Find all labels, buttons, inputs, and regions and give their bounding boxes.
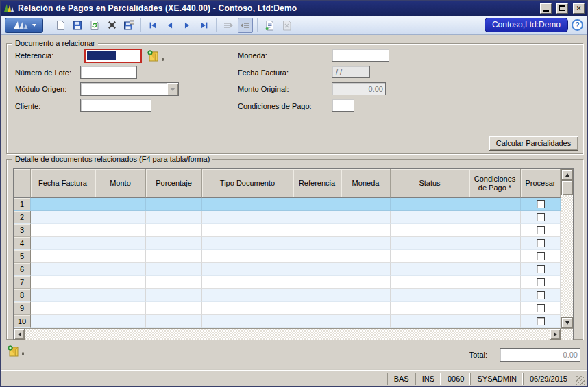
table-cell[interactable]: [146, 198, 202, 211]
table-cell[interactable]: [341, 289, 391, 302]
horizontal-scrollbar[interactable]: [14, 328, 561, 340]
column-header[interactable]: Referencia: [293, 169, 341, 198]
table-cell[interactable]: [202, 237, 293, 250]
table-cell[interactable]: [469, 276, 521, 289]
export-icon[interactable]: [279, 18, 294, 33]
table-cell[interactable]: [341, 302, 391, 315]
table-cell[interactable]: [293, 211, 341, 224]
grid-view-icon[interactable]: [238, 18, 253, 33]
table-cell[interactable]: [202, 276, 293, 289]
row-number[interactable]: 7: [14, 276, 31, 289]
table-cell[interactable]: [341, 250, 391, 263]
table-cell[interactable]: [202, 198, 293, 211]
moneda-field[interactable]: [332, 49, 389, 62]
refresh-icon[interactable]: [87, 18, 102, 33]
table-cell[interactable]: [31, 250, 95, 263]
table-cell[interactable]: [95, 263, 146, 276]
row-number[interactable]: 3: [14, 224, 31, 237]
table-cell[interactable]: [31, 315, 95, 328]
table-cell[interactable]: [31, 302, 95, 315]
row-number[interactable]: 6: [14, 263, 31, 276]
table-cell[interactable]: [293, 237, 341, 250]
row-number[interactable]: 5: [14, 250, 31, 263]
minimize-button[interactable]: [540, 3, 552, 14]
table-row[interactable]: 6: [14, 263, 561, 276]
row-number[interactable]: 8: [14, 289, 31, 302]
table-cell[interactable]: [31, 237, 95, 250]
table-cell[interactable]: [146, 263, 202, 276]
table-row[interactable]: 5: [14, 250, 561, 263]
help-icon[interactable]: ?: [572, 19, 583, 31]
table-cell[interactable]: [341, 237, 391, 250]
vertical-scrollbar[interactable]: [561, 169, 573, 328]
table-cell[interactable]: [391, 302, 469, 315]
row-number[interactable]: 2: [14, 211, 31, 224]
table-cell[interactable]: [293, 302, 341, 315]
calcular-parcialidades-button[interactable]: Calcular Parcialidades: [489, 136, 578, 151]
column-header[interactable]: Moneda: [341, 169, 391, 198]
table-cell[interactable]: [95, 276, 146, 289]
add-note-icon[interactable]: [8, 345, 19, 357]
table-cell[interactable]: [31, 224, 95, 237]
table-cell[interactable]: [146, 302, 202, 315]
procesar-checkbox[interactable]: [537, 200, 545, 208]
modulo-origen-dropdown[interactable]: [80, 82, 179, 96]
table-row[interactable]: 7: [14, 276, 561, 289]
row-number[interactable]: 1: [14, 198, 31, 211]
column-header[interactable]: Monto: [95, 169, 146, 198]
procesar-checkbox[interactable]: [537, 278, 545, 286]
previous-record-icon[interactable]: [162, 18, 177, 33]
table-cell[interactable]: [293, 250, 341, 263]
table-cell[interactable]: [293, 276, 341, 289]
table-cell[interactable]: [469, 198, 521, 211]
table-cell[interactable]: [146, 315, 202, 328]
referencia-field[interactable]: [84, 49, 142, 63]
table-cell[interactable]: [469, 302, 521, 315]
new-icon[interactable]: [53, 18, 68, 33]
table-cell[interactable]: [341, 224, 391, 237]
table-cell[interactable]: [469, 315, 521, 328]
row-number[interactable]: 4: [14, 237, 31, 250]
table-cell[interactable]: [146, 276, 202, 289]
table-cell[interactable]: [95, 315, 146, 328]
table-cell[interactable]: [202, 263, 293, 276]
column-header[interactable]: Procesar: [521, 169, 561, 198]
table-cell[interactable]: [146, 224, 202, 237]
save-close-icon[interactable]: [121, 18, 136, 33]
table-cell[interactable]: [293, 315, 341, 328]
report-icon[interactable]: [262, 18, 277, 33]
form-view-icon[interactable]: [221, 18, 236, 33]
table-cell[interactable]: [202, 224, 293, 237]
scroll-right-icon[interactable]: [550, 329, 561, 340]
column-header[interactable]: Tipo Documento: [202, 169, 293, 198]
scroll-up-icon[interactable]: [561, 169, 573, 180]
delete-icon[interactable]: [104, 18, 119, 33]
table-cell[interactable]: [202, 250, 293, 263]
table-cell[interactable]: [95, 302, 146, 315]
table-cell[interactable]: [293, 289, 341, 302]
procesar-checkbox[interactable]: [537, 226, 545, 234]
table-cell[interactable]: [341, 276, 391, 289]
table-cell[interactable]: [391, 276, 469, 289]
table-cell[interactable]: [341, 198, 391, 211]
column-header[interactable]: [14, 169, 31, 198]
procesar-checkbox[interactable]: [537, 252, 545, 260]
scroll-left-icon[interactable]: [14, 329, 25, 340]
scrollbar-track[interactable]: [25, 329, 550, 340]
condiciones-pago-field[interactable]: [332, 99, 354, 112]
fecha-factura-field[interactable]: / /: [332, 66, 370, 78]
table-cell[interactable]: [31, 198, 95, 211]
table-cell[interactable]: [95, 198, 146, 211]
monto-original-field[interactable]: [332, 82, 386, 95]
table-cell[interactable]: [391, 263, 469, 276]
table-cell[interactable]: [391, 224, 469, 237]
scrollbar-track[interactable]: [561, 195, 573, 317]
scroll-down-icon[interactable]: [561, 317, 573, 328]
procesar-checkbox[interactable]: [537, 317, 545, 325]
procesar-checkbox[interactable]: [537, 265, 545, 273]
table-cell[interactable]: [95, 289, 146, 302]
table-cell[interactable]: [31, 289, 95, 302]
add-note-icon[interactable]: [147, 50, 159, 62]
table-cell[interactable]: [95, 237, 146, 250]
table-cell[interactable]: [95, 250, 146, 263]
